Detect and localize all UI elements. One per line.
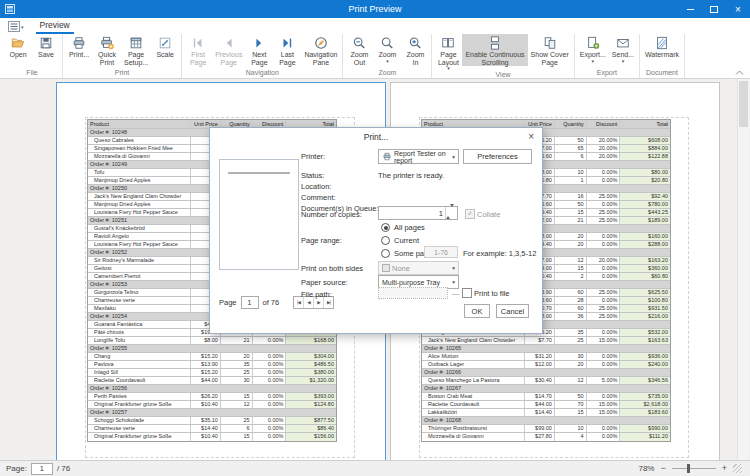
total-cell: $393.00 xyxy=(286,393,336,400)
ribbon-button-label: Page Setup... xyxy=(124,51,148,66)
ribbon-button-last-page[interactable]: Last Page xyxy=(273,34,301,66)
discount-cell: 5.00% xyxy=(587,377,621,384)
ribbon-group-print: Print...Quick PrintPage Setup...ScalePri… xyxy=(63,34,182,78)
discount-cell: 0.00% xyxy=(587,329,621,336)
quantity-cell: 50 xyxy=(555,201,587,208)
page-label: Page xyxy=(219,298,237,307)
chevron-down-icon: ▾ xyxy=(386,59,389,63)
zoom-in-button[interactable]: + xyxy=(722,464,727,473)
ribbon-button-navigation-pane[interactable]: Navigation Pane xyxy=(301,34,340,66)
copies-value: 1 xyxy=(439,209,443,218)
stepper-arrows-icon[interactable] xyxy=(445,207,457,219)
ribbon-button-zoom-in[interactable]: Zoom In xyxy=(401,34,429,66)
printer-select[interactable]: Report Tester on report ▾ xyxy=(378,149,459,164)
ok-button[interactable]: OK xyxy=(464,304,490,318)
copies-stepper[interactable]: 1 xyxy=(378,206,458,220)
cancel-button[interactable]: Cancel xyxy=(496,304,529,318)
ribbon-button-zoom[interactable]: Zoom▾ xyxy=(373,34,401,63)
vertical-scrollbar[interactable] xyxy=(737,79,749,461)
product-cell: Manjimup Dried Apples xyxy=(88,177,191,184)
maximize-button[interactable] xyxy=(702,0,726,18)
chevron-down-icon: ▾ xyxy=(592,59,595,63)
scale-icon xyxy=(157,35,173,50)
table-row: Lakkalikööri$14.401515.00%$183.60 xyxy=(422,409,670,417)
discount-cell: 0.00% xyxy=(253,417,287,424)
total-cell: $86.40 xyxy=(286,425,336,432)
unit-price-cell: $10.40 xyxy=(191,433,221,441)
ribbon-button-export[interactable]: Export...▾ xyxy=(577,34,609,63)
quantity-cell: 21 xyxy=(221,337,253,344)
quantity-cell: 25 xyxy=(221,417,253,424)
zoom-out-icon xyxy=(351,35,367,50)
ribbon-collapse-chevron[interactable] xyxy=(735,62,744,80)
scrollbar-thumb[interactable] xyxy=(739,81,748,127)
ribbon-button-quick-print[interactable]: Quick Print xyxy=(93,34,121,66)
total-cell: $92.40 xyxy=(620,193,670,200)
ribbon-app-menu-button[interactable]: ▾ xyxy=(8,21,24,32)
ribbon-group-file: OpenSaveFile xyxy=(2,34,63,78)
discount-cell: 0.00% xyxy=(587,273,621,280)
discount-cell: 0.00% xyxy=(587,393,621,400)
product-cell: Gorgonzola Telino xyxy=(88,289,191,296)
quantity-cell: 65 xyxy=(555,145,587,152)
dialog-page-input[interactable]: 1 xyxy=(241,296,259,309)
paper-source-value: Multi-purpose Tray xyxy=(382,279,440,286)
ribbon-button-print[interactable]: Print... xyxy=(65,34,93,59)
discount-cell: 0.00% xyxy=(253,361,287,368)
ribbon-group-view: Page Layout▾Enable Continuous ScrollingS… xyxy=(432,34,574,78)
discount-cell: 0.00% xyxy=(253,353,287,360)
print-to-file-checkbox[interactable] xyxy=(462,288,472,298)
ribbon-button-watermark[interactable]: Watermark xyxy=(642,34,682,59)
resize-grip-icon[interactable] xyxy=(733,464,742,473)
discount-cell: 20.00% xyxy=(587,145,621,152)
statusbar-page-input[interactable]: 1 xyxy=(31,463,53,475)
ribbon-button-enable-continuous-scrolling[interactable]: Enable Continuous Scrolling xyxy=(462,34,527,66)
file-path-label: File path: xyxy=(301,290,332,299)
quantity-cell: 35 xyxy=(555,329,587,336)
zoom-slider-thumb[interactable] xyxy=(687,464,690,473)
quantity-cell: 2 xyxy=(555,273,587,280)
unit-price-cell: $15.20 xyxy=(191,353,221,360)
ribbon-button-page-setup[interactable]: Page Setup... xyxy=(121,34,151,66)
close-button[interactable]: × xyxy=(726,0,750,18)
ribbon-button-show-cover-page[interactable]: Show Cover Page xyxy=(528,34,572,66)
ribbon-button-open[interactable]: Open xyxy=(4,34,32,59)
zoom-out-button[interactable]: − xyxy=(660,464,665,473)
product-cell: Raclette Courdavault xyxy=(422,401,525,408)
page-of-label: of 76 xyxy=(263,298,280,307)
preferences-button[interactable]: Preferences xyxy=(463,149,532,164)
product-cell: Camembert Pierrot xyxy=(88,273,191,280)
quantity-cell: 50 xyxy=(555,393,587,400)
printer-label: Printer: xyxy=(301,152,325,161)
product-cell: Pâté chinois xyxy=(88,329,191,336)
print-dialog: Print... × Page 1 of 76 |◀ ◀ ▶ ▶| Printe… xyxy=(209,127,543,334)
quantity-cell: 12 xyxy=(221,401,253,408)
window-title: Print Preview xyxy=(0,4,750,14)
ribbon-button-save[interactable]: Save xyxy=(32,34,60,59)
tab-preview[interactable]: Preview xyxy=(36,19,74,34)
ribbon-button-label: Zoom In xyxy=(407,51,425,66)
quantity-cell: 36 xyxy=(555,313,587,320)
ribbon-button-label: Open xyxy=(9,51,26,59)
quantity-cell: 25 xyxy=(221,369,253,376)
unit-price-cell: $15.20 xyxy=(191,369,221,376)
total-cell: $1,320.00 xyxy=(286,377,336,384)
some-pages-radio[interactable] xyxy=(381,249,390,258)
quantity-cell: 1 xyxy=(555,177,587,184)
zoom-slider[interactable] xyxy=(672,468,716,469)
ribbon-button-label: Scale xyxy=(156,51,174,59)
all-pages-radio[interactable] xyxy=(381,223,390,232)
show-cover-page-icon xyxy=(542,35,558,50)
ribbon-button-page-layout[interactable]: Page Layout▾ xyxy=(434,34,462,70)
table-row: Chang$15.20200.00%$304.00 xyxy=(88,353,336,361)
current-label: Current xyxy=(394,236,419,245)
page-range-example: For example: 1,3,5-12 xyxy=(463,249,536,258)
current-page-radio[interactable] xyxy=(381,236,390,245)
ribbon-button-zoom-out[interactable]: Zoom Out xyxy=(345,34,373,66)
minimize-button[interactable] xyxy=(678,0,702,18)
dialog-close-icon[interactable]: × xyxy=(528,131,534,142)
ribbon-button-send[interactable]: Send...▾ xyxy=(609,34,637,63)
ribbon-button-scale[interactable]: Scale xyxy=(151,34,179,59)
total-cell: $168.00 xyxy=(286,337,336,344)
ribbon-button-next-page[interactable]: Next Page xyxy=(245,34,273,66)
